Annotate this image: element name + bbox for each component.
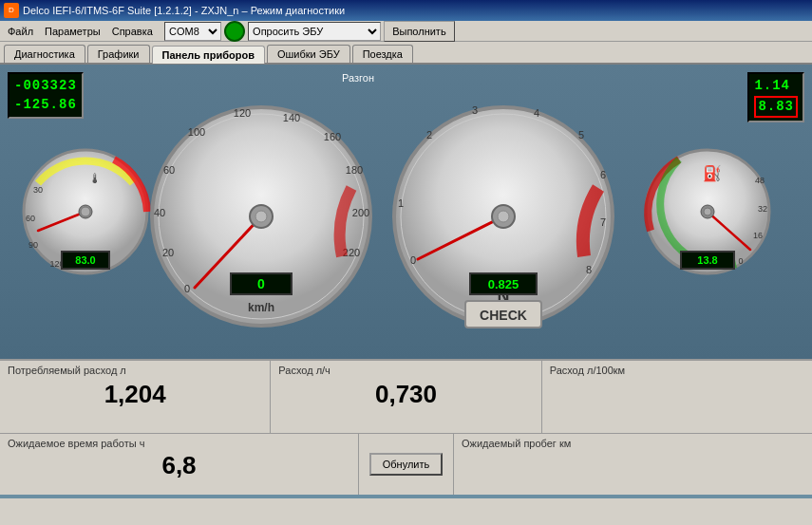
svg-text:200: 200 bbox=[352, 207, 369, 218]
port-select[interactable]: COM8 bbox=[164, 22, 221, 41]
work-time-label: Ожидаемое время работы ч bbox=[8, 438, 350, 449]
reset-button[interactable]: Обнулить bbox=[369, 453, 444, 476]
tab-diagnostics[interactable]: Диагностика bbox=[4, 45, 85, 63]
svg-text:120: 120 bbox=[234, 107, 251, 119]
svg-text:0: 0 bbox=[410, 254, 416, 266]
svg-point-31 bbox=[255, 211, 267, 222]
menu-params[interactable]: Параметры bbox=[39, 24, 106, 39]
svg-point-60 bbox=[704, 208, 711, 216]
svg-text:km/h: km/h bbox=[248, 301, 274, 314]
svg-text:13.8: 13.8 bbox=[697, 254, 717, 266]
mileage-box: Ожидаемый пробег км bbox=[454, 434, 812, 495]
svg-point-45 bbox=[498, 211, 509, 222]
svg-text:2: 2 bbox=[426, 129, 432, 141]
svg-text:40: 40 bbox=[154, 207, 165, 218]
menu-bar: Файл Параметры Справка COM8 Опросить ЭБУ… bbox=[0, 21, 812, 42]
svg-point-8 bbox=[81, 207, 90, 216]
svg-text:8: 8 bbox=[586, 264, 592, 275]
top-left-display: -003323 -125.86 bbox=[8, 72, 84, 119]
svg-text:CHECK: CHECK bbox=[480, 308, 527, 323]
svg-text:100: 100 bbox=[188, 126, 205, 138]
svg-text:20: 20 bbox=[162, 247, 174, 258]
svg-text:180: 180 bbox=[346, 164, 363, 176]
svg-text:60: 60 bbox=[26, 214, 35, 223]
svg-text:4: 4 bbox=[534, 107, 539, 119]
svg-text:0.825: 0.825 bbox=[488, 277, 519, 291]
mileage-label: Ожидаемый пробег км bbox=[462, 438, 804, 449]
per100-box: Расход л/100км bbox=[542, 361, 812, 433]
reset-box: Обнулить bbox=[359, 434, 454, 495]
work-time-value: 6,8 bbox=[8, 451, 350, 480]
svg-text:30: 30 bbox=[33, 185, 43, 195]
svg-text:1: 1 bbox=[398, 197, 404, 209]
svg-text:60: 60 bbox=[163, 164, 175, 176]
connection-indicator bbox=[224, 21, 245, 42]
consumption-label: Потребляемый расход л bbox=[8, 365, 262, 376]
top-right-line2: 8.83 bbox=[754, 96, 798, 119]
svg-text:32: 32 bbox=[758, 204, 767, 214]
svg-text:⛽: ⛽ bbox=[703, 164, 722, 182]
flow-label: Расход л/ч bbox=[278, 365, 533, 376]
svg-text:0: 0 bbox=[184, 283, 190, 294]
top-right-line1: 1.14 bbox=[754, 77, 798, 96]
tab-dashboard[interactable]: Панель приборов bbox=[152, 46, 265, 64]
tab-graphs[interactable]: Графики bbox=[87, 45, 150, 63]
title-bar: D Delco IEFI-6/ITMS-6F Suite [1.2.1.2] -… bbox=[0, 0, 812, 21]
per100-label: Расход л/100км bbox=[550, 365, 804, 376]
window-title: Delco IEFI-6/ITMS-6F Suite [1.2.1.2] - Z… bbox=[23, 5, 345, 16]
consumption-box: Потребляемый расход л 1,204 bbox=[0, 361, 271, 433]
svg-text:7: 7 bbox=[600, 216, 606, 228]
svg-text:48: 48 bbox=[755, 176, 765, 185]
svg-text:16: 16 bbox=[753, 231, 763, 240]
run-button[interactable]: Выполнить bbox=[384, 21, 454, 42]
tabs-bar: Диагностика Графики Панель приборов Ошиб… bbox=[0, 42, 812, 65]
svg-text:83.0: 83.0 bbox=[75, 254, 95, 266]
svg-text:0: 0 bbox=[738, 256, 743, 266]
dashboard-svg: 30 60 90 120 🌡 83.0 bbox=[0, 65, 812, 359]
poll-select[interactable]: Опросить ЭБУ bbox=[248, 22, 381, 41]
menu-help[interactable]: Справка bbox=[106, 24, 159, 39]
svg-text:160: 160 bbox=[324, 131, 341, 142]
tab-errors[interactable]: Ошибки ЭБУ bbox=[267, 45, 350, 63]
svg-text:3: 3 bbox=[472, 104, 478, 116]
top-left-line2: -125.86 bbox=[14, 96, 77, 115]
svg-text:🌡: 🌡 bbox=[88, 171, 102, 186]
menu-file[interactable]: Файл bbox=[2, 24, 39, 39]
flow-box: Расход л/ч 0,730 bbox=[271, 361, 541, 433]
svg-text:90: 90 bbox=[28, 240, 38, 250]
app-icon: D bbox=[4, 3, 19, 18]
svg-text:5: 5 bbox=[578, 129, 584, 141]
flow-value: 0,730 bbox=[278, 380, 533, 409]
tab-trip[interactable]: Поездка bbox=[352, 45, 413, 63]
consumption-value: 1,204 bbox=[8, 380, 262, 409]
svg-text:140: 140 bbox=[283, 112, 300, 123]
main-content: -003323 -125.86 Разгон 1.14 8.83 bbox=[0, 65, 812, 498]
top-left-line1: -003323 bbox=[14, 77, 77, 96]
svg-text:0: 0 bbox=[257, 276, 265, 291]
top-right-display: 1.14 8.83 bbox=[747, 72, 804, 122]
svg-text:6: 6 bbox=[600, 169, 606, 180]
work-time-box: Ожидаемое время работы ч 6,8 bbox=[0, 434, 359, 495]
